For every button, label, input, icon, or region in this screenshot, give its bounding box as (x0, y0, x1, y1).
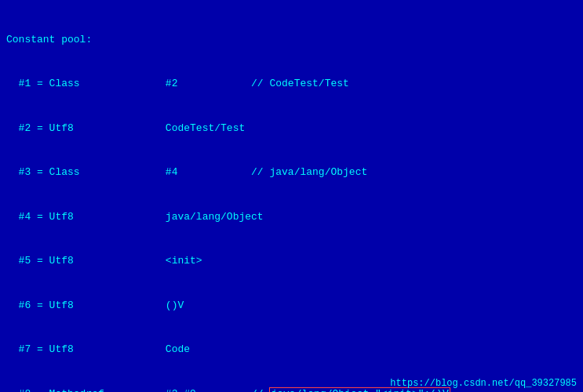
line-7: #7 = Utf8 Code (6, 343, 577, 358)
url-bar: https://blog.csdn.net/qq_39327985 (390, 378, 577, 389)
line-1: #1 = Class #2 // CodeTest/Test (6, 77, 577, 92)
line-3: #3 = Class #4 // java/lang/Object (6, 165, 577, 180)
line-4: #4 = Utf8 java/lang/Object (6, 210, 577, 225)
line-6: #6 = Utf8 ()V (6, 299, 577, 314)
line-5: #5 = Utf8 <init> (6, 254, 577, 269)
line-8-before: #8 = Methodref #3.#9 // (6, 388, 269, 392)
line-2: #2 = Utf8 CodeTest/Test (6, 122, 577, 136)
code-view: Constant pool: #1 = Class #2 // CodeTest… (0, 0, 583, 392)
line-constant-pool: Constant pool: (6, 33, 577, 48)
